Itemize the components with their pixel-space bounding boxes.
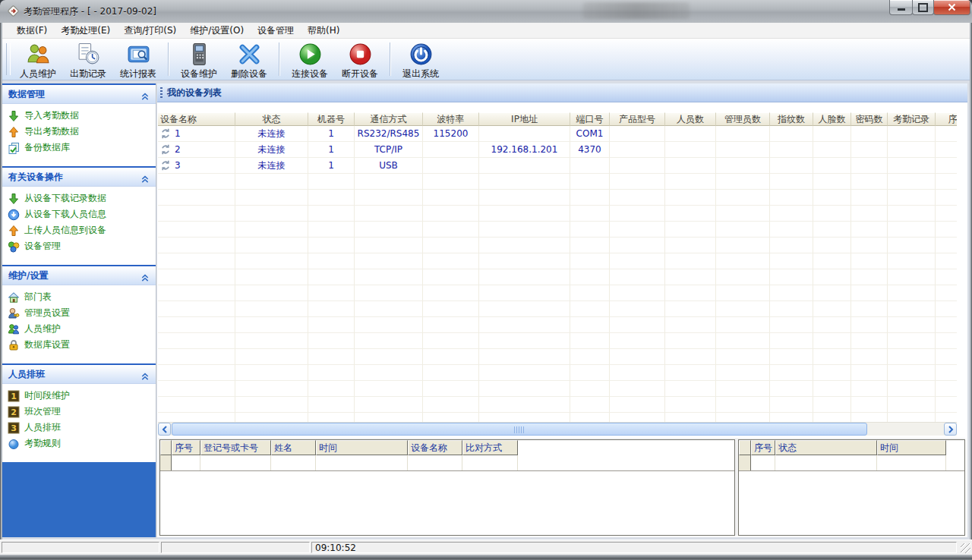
column-header-指纹数[interactable]: 指纹数 (770, 112, 813, 126)
device-cell-empty (308, 413, 355, 422)
column-header-时间[interactable]: 时间 (316, 440, 408, 455)
column-header-时间[interactable]: 时间 (877, 440, 946, 455)
sidebar-section-header-2[interactable]: 维护/设置 (2, 266, 156, 285)
sidebar-section-header-1[interactable]: 有关设备操作 (2, 168, 156, 187)
column-header-登记号或卡号[interactable]: 登记号或卡号 (200, 440, 271, 455)
toolbar-button-连接设备[interactable]: 连接设备 (285, 39, 335, 80)
column-header-比对方式[interactable]: 比对方式 (462, 440, 518, 455)
column-header-IP地址[interactable]: IP地址 (479, 112, 570, 126)
sidebar-item-label: 备份数据库 (24, 141, 70, 154)
column-header-人脸数[interactable]: 人脸数 (813, 112, 851, 126)
column-header-考勤记录[interactable]: 考勤记录 (888, 112, 936, 126)
menu-item-3[interactable]: 维护/设置(O) (183, 23, 251, 38)
work-area: 数据管理导入考勤数据导出考勤数据备份数据库有关设备操作从设备下载记录数据从设备下… (2, 80, 970, 540)
column-header-设备名称[interactable]: 设备名称 (408, 440, 462, 455)
toolbar-button-出勤记录[interactable]: 出勤记录 (63, 39, 113, 80)
column-header-序列号[interactable]: 序列号 (936, 112, 957, 126)
column-header-通信方式[interactable]: 通信方式 (355, 112, 423, 126)
column-header-端口号[interactable]: 端口号 (570, 112, 610, 126)
sidebar-item-部门表[interactable]: 部门表 (2, 289, 156, 305)
sidebar-item-导出考勤数据[interactable]: 导出考勤数据 (2, 124, 156, 140)
sidebar-item-人员维护[interactable]: 人员维护 (2, 321, 156, 337)
maximize-button[interactable] (912, 0, 934, 15)
column-header-序号[interactable]: 序号 (751, 440, 775, 455)
device-cell-empty (355, 381, 423, 397)
device-cell-empty (158, 206, 235, 222)
column-header-人员数[interactable]: 人员数 (665, 112, 716, 126)
device-cell: 192.168.1.201 (479, 142, 570, 158)
sidebar-section-header-3[interactable]: 人员排班 (2, 365, 156, 384)
scrollbar-thumb[interactable] (172, 423, 867, 436)
sidebar-item-从设备下载记录数据[interactable]: 从设备下载记录数据 (2, 190, 156, 206)
sidebar-item-label: 从设备下载记录数据 (24, 192, 106, 205)
sidebar-item-时间段维护[interactable]: 1时间段维护 (2, 388, 156, 404)
column-header-状态[interactable]: 状态 (775, 440, 877, 455)
column-header-机器号[interactable]: 机器号 (308, 112, 355, 126)
column-header-密码数[interactable]: 密码数 (851, 112, 888, 126)
toolbar-button-断开设备[interactable]: 断开设备 (335, 39, 385, 80)
device-cell-empty (570, 285, 610, 301)
device-panel-header: 我的设备列表 (157, 83, 967, 102)
sidebar-item-考勤规则[interactable]: 考勤规则 (2, 436, 156, 451)
minimize-button[interactable] (889, 0, 913, 15)
sidebar-item-备份数据库[interactable]: 备份数据库 (2, 140, 156, 156)
close-button[interactable] (933, 0, 970, 15)
menu-item-2[interactable]: 查询/打印(S) (117, 23, 183, 38)
toolbar-button-统计报表[interactable]: 统计报表 (113, 39, 163, 80)
device-cell-empty (610, 238, 665, 253)
sidebar-item-设备管理[interactable]: 设备管理 (2, 238, 156, 254)
sidebar-section-header-0[interactable]: 数据管理 (2, 85, 156, 104)
chevron-up-double-icon[interactable] (140, 90, 150, 99)
sidebar-item-上传人员信息到设备[interactable]: 上传人员信息到设备 (2, 222, 156, 238)
column-header-波特率[interactable]: 波特率 (423, 112, 479, 126)
column-header-序号[interactable]: 序号 (172, 440, 200, 455)
device-cell: 1 (308, 126, 355, 142)
chevron-up-double-icon[interactable] (140, 271, 150, 280)
sidebar-item-人员排班[interactable]: 3人员排班 (2, 420, 156, 436)
device-cell-empty (851, 206, 888, 222)
chevron-up-double-icon[interactable] (140, 172, 150, 181)
menu-item-4[interactable]: 设备管理 (251, 23, 301, 38)
toolbar-button-设备维护[interactable]: 设备维护 (174, 39, 224, 80)
device-cell-empty (851, 253, 888, 269)
bottom-table-empty-row[interactable] (739, 455, 964, 471)
resize-grip[interactable] (961, 543, 970, 553)
sidebar-blue-filler (2, 462, 156, 537)
device-row-3[interactable]: 3未连接1USB (158, 158, 957, 174)
device-cell-empty (936, 381, 957, 397)
bottom-table-empty-row[interactable] (160, 455, 734, 471)
horizontal-scrollbar[interactable] (158, 422, 957, 436)
svg-text:2: 2 (11, 407, 17, 417)
device-cell-empty (355, 365, 423, 381)
device-cell (479, 126, 570, 142)
chevron-up-double-icon[interactable] (140, 370, 150, 379)
menu-item-0[interactable]: 数据(F) (10, 23, 54, 38)
device-row-1[interactable]: 1未连接1RS232/RS485115200COM1 (158, 126, 957, 142)
column-header-状态[interactable]: 状态 (235, 112, 308, 126)
window-frame-bottom (0, 555, 972, 560)
sidebar-item-数据库设置[interactable]: 数据库设置 (2, 337, 156, 353)
device-cell-empty (610, 269, 665, 285)
column-header-管理员数[interactable]: 管理员数 (716, 112, 770, 126)
toolbar-button-删除设备[interactable]: 删除设备 (224, 39, 274, 80)
sidebar-item-从设备下载人员信息[interactable]: 从设备下载人员信息 (2, 206, 156, 222)
sidebar-item-班次管理[interactable]: 2班次管理 (2, 404, 156, 420)
menu-item-5[interactable]: 帮助(H) (301, 23, 346, 38)
device-cell-empty (235, 190, 308, 206)
device-cell-empty (158, 222, 235, 238)
device-cell-empty (479, 238, 570, 253)
sidebar-item-导入考勤数据[interactable]: 导入考勤数据 (2, 108, 156, 124)
column-header-姓名[interactable]: 姓名 (271, 440, 316, 455)
menu-item-1[interactable]: 考勤处理(E) (54, 23, 117, 38)
device-cell-empty (570, 269, 610, 285)
column-header-产品型号[interactable]: 产品型号 (610, 112, 665, 126)
device-cell-empty (716, 206, 770, 222)
scroll-right-button[interactable] (944, 423, 957, 436)
device-row-2[interactable]: 2未连接1TCP/IP192.168.1.2014370 (158, 142, 957, 158)
toolbar-button-人员维护[interactable]: 人员维护 (13, 39, 63, 80)
sidebar-item-管理员设置[interactable]: 管理员设置 (2, 305, 156, 321)
scroll-left-button[interactable] (158, 423, 171, 436)
toolbar-button-退出系统[interactable]: 退出系统 (396, 39, 446, 80)
section-title: 人员排班 (8, 368, 45, 381)
column-header-设备名称[interactable]: 设备名称 (158, 112, 235, 126)
